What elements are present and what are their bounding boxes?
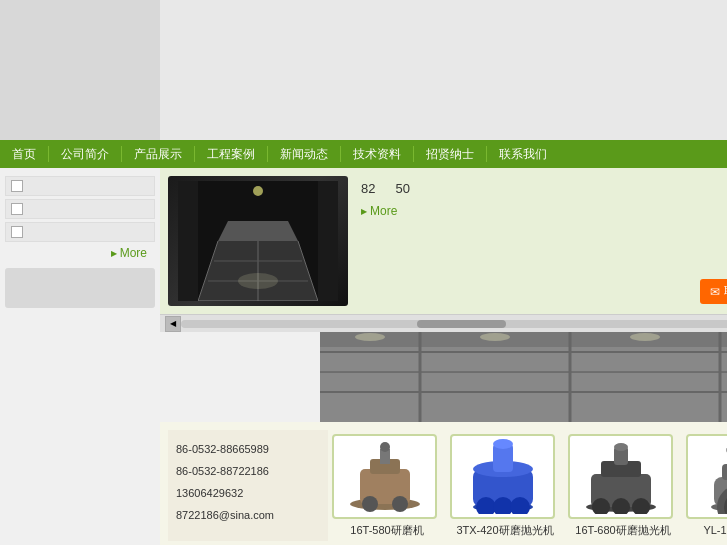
- top-right-panel: [160, 0, 727, 140]
- phone3: 13606429632: [176, 482, 320, 504]
- nav-news[interactable]: 新闻动态: [268, 140, 340, 168]
- nav-jobs[interactable]: 招贤纳士: [414, 140, 486, 168]
- svg-point-47: [614, 443, 628, 451]
- main-image-inner: [168, 176, 348, 306]
- scroll-left-arrow[interactable]: ◀: [165, 316, 181, 332]
- bg-strip-svg: [320, 332, 727, 422]
- top-area: [0, 0, 727, 140]
- product-4-label: YL-175T清洁机: [686, 523, 727, 537]
- bg-strip: [320, 332, 727, 422]
- email: 8722186@sina.com: [176, 504, 320, 526]
- product-img-3: [568, 434, 673, 519]
- main-and-scroll: 82 50 More 联系我们 ◀: [160, 168, 727, 332]
- product-4-svg: [694, 439, 728, 514]
- checkbox-3[interactable]: [11, 226, 23, 238]
- product-1-label: 16T-580研磨机: [332, 523, 442, 537]
- sidebar: More: [0, 168, 160, 545]
- phone1: 86-0532-88665989: [176, 438, 320, 460]
- nav-products[interactable]: 产品展示: [122, 140, 194, 168]
- svg-rect-11: [318, 181, 338, 301]
- main-scroll-content: 82 50 More 联系我们 ◀: [160, 168, 727, 332]
- content-text: 82 50 More: [356, 176, 727, 306]
- content-top: 82 50 More: [168, 176, 727, 306]
- svg-point-12: [253, 186, 263, 196]
- svg-point-9: [238, 273, 278, 289]
- svg-point-29: [392, 496, 408, 512]
- product-item-1[interactable]: 16T-580研磨机: [332, 434, 442, 537]
- scroll-bar[interactable]: [181, 320, 727, 328]
- svg-point-23: [480, 333, 510, 341]
- svg-point-24: [630, 333, 660, 341]
- product-3-svg: [576, 439, 666, 514]
- bg-strip-inner: [320, 332, 727, 422]
- stat1: 82: [361, 181, 375, 196]
- scroll-area: ◀ ▶: [160, 314, 727, 332]
- svg-rect-10: [178, 181, 198, 301]
- content-more-link[interactable]: More: [361, 204, 727, 218]
- checkbox-2[interactable]: [11, 203, 23, 215]
- svg-rect-50: [722, 464, 728, 480]
- sidebar-item-2[interactable]: [5, 199, 155, 219]
- svg-point-22: [355, 333, 385, 341]
- contact-button[interactable]: 联系我们: [700, 279, 727, 304]
- product-img-4: [686, 434, 727, 519]
- center-content: 82 50 More 联系我们: [160, 168, 727, 314]
- top-left-panel: [0, 0, 160, 140]
- product-2-label: 3TX-420研磨抛光机: [450, 523, 560, 537]
- products-grid: 16T-580研磨机: [328, 430, 727, 541]
- nav-bar: 首页 公司简介 产品展示 工程案例 新闻动态 技术资料 招贤纳士 联系我们: [0, 140, 727, 168]
- more-link[interactable]: More: [5, 246, 155, 260]
- product-3-label: 16T-680研磨抛光机: [568, 523, 678, 537]
- main-image: [168, 176, 348, 306]
- nav-cases[interactable]: 工程案例: [195, 140, 267, 168]
- sidebar-banner: [5, 268, 155, 308]
- content-wrapper: More: [0, 168, 727, 545]
- product-img-2: [450, 434, 555, 519]
- product-img-1: [332, 434, 437, 519]
- nav-contact[interactable]: 联系我们: [487, 140, 559, 168]
- svg-point-28: [362, 496, 378, 512]
- stat2: 50: [395, 181, 409, 196]
- nav-tech[interactable]: 技术资料: [341, 140, 413, 168]
- scroll-thumb[interactable]: [417, 320, 506, 328]
- product-item-2[interactable]: 3TX-420研磨抛光机: [450, 434, 560, 537]
- nav-home[interactable]: 首页: [0, 140, 48, 168]
- svg-point-36: [493, 439, 513, 449]
- product-1-svg: [340, 439, 430, 514]
- svg-point-31: [380, 442, 390, 452]
- svg-marker-2: [218, 221, 298, 241]
- product-2-svg: [458, 439, 548, 514]
- sidebar-item-3[interactable]: [5, 222, 155, 242]
- checkbox-1[interactable]: [11, 180, 23, 192]
- products-left: 86-0532-88665989 86-0532-88722186 136064…: [168, 430, 328, 541]
- floor-image-svg: [178, 181, 338, 301]
- sidebar-item-1[interactable]: [5, 176, 155, 196]
- products-section: 86-0532-88665989 86-0532-88722186 136064…: [160, 422, 727, 545]
- product-item-4[interactable]: YL-175T清洁机: [686, 434, 727, 537]
- product-item-3[interactable]: 16T-680研磨抛光机: [568, 434, 678, 537]
- nav-about[interactable]: 公司简介: [49, 140, 121, 168]
- phone2: 86-0532-88722186: [176, 460, 320, 482]
- stats-row: 82 50: [361, 181, 727, 196]
- center-wrapper: 82 50 More 联系我们 ◀: [160, 168, 727, 545]
